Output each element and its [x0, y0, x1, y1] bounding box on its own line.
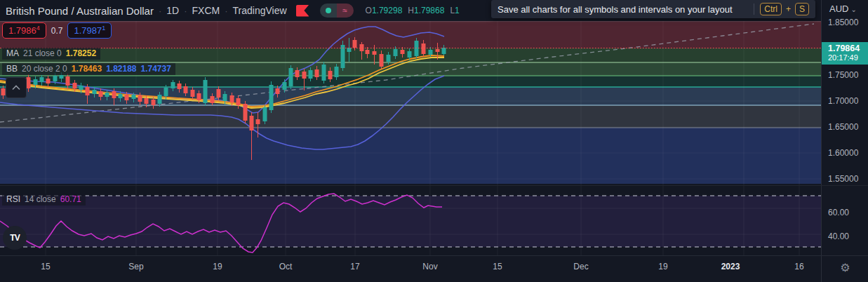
price-tick-label: 1.85000 — [828, 18, 858, 27]
candle — [46, 76, 51, 87]
candle — [99, 88, 103, 100]
candle — [171, 80, 175, 91]
price-axis[interactable]: AUD⌄ 1.850001.750001.700001.650001.60000… — [821, 0, 868, 282]
candle — [138, 93, 142, 105]
price-tick-label: 1.60000 — [828, 148, 858, 158]
axis-divider — [0, 255, 868, 256]
candlestick-chart[interactable] — [0, 0, 821, 185]
candle — [289, 65, 293, 89]
time-tick-label: Oct — [279, 262, 293, 271]
candle — [347, 38, 352, 62]
ask-price-button[interactable]: 1.79871 — [67, 22, 112, 39]
time-tick-label: 2023 — [721, 262, 740, 271]
candle — [1, 86, 6, 99]
rsi-indicator-legend[interactable]: RSI 14 close 60.71 — [2, 194, 86, 206]
tradingview-chart-window: British Pound / Australian Dollar · 1D ·… — [0, 0, 868, 282]
time-tick-label: Dec — [573, 262, 588, 271]
price-tick-label: 1.55000 — [828, 174, 858, 184]
candle — [243, 101, 248, 123]
candle — [184, 83, 188, 96]
time-axis[interactable]: 15Sep19Oct17Nov15Dec19202316 — [0, 255, 821, 282]
price-tick-label: 1.75000 — [828, 70, 858, 80]
price-tick-label: 40.00 — [828, 231, 849, 241]
bb-lower-value: 1.74737 — [141, 64, 171, 74]
platform-label: TradingView — [233, 5, 287, 16]
separator-dot: · — [184, 6, 187, 16]
chevron-down-icon: ⌄ — [850, 6, 856, 13]
ma-name: MA — [6, 48, 19, 58]
open-value: 1.79298 — [372, 6, 402, 15]
ma-value: 1.78252 — [66, 48, 96, 58]
symbol-title[interactable]: British Pound / Australian Dollar — [6, 5, 154, 17]
candle — [315, 66, 319, 80]
spread-value: 0.7 — [51, 26, 63, 36]
separator-dot: · — [159, 6, 161, 16]
market-status-toggle[interactable]: ≈ — [320, 4, 354, 18]
rsi-name: RSI — [6, 194, 20, 204]
high-value: 1.79868 — [414, 6, 444, 15]
bb-indicator-legend[interactable]: BB 20 close 2 0 1.78463 1.82188 1.74737 — [2, 63, 175, 75]
chevron-up-icon — [12, 85, 20, 90]
current-price: 1.79864 — [828, 43, 868, 53]
tradingview-logo-icon[interactable]: TV — [3, 226, 27, 250]
time-tick-label: 19 — [213, 262, 222, 271]
exchange-label[interactable]: FXCM — [192, 5, 220, 16]
bb-basis-value: 1.78463 — [72, 64, 102, 74]
candle — [269, 81, 274, 113]
candle — [40, 75, 44, 86]
rsi-params: 14 close — [25, 194, 56, 204]
settings-gear-icon[interactable]: ⚙ — [822, 261, 868, 274]
plus-sign: + — [786, 4, 791, 14]
bb-params: 20 close 2 0 — [22, 64, 67, 74]
tradingview-flag-icon[interactable] — [296, 5, 309, 17]
chart-plot-area[interactable] — [0, 0, 821, 282]
candle — [236, 95, 241, 109]
time-tick-label: Nov — [422, 262, 437, 271]
candle — [158, 92, 162, 107]
tooltip-text: Save all charts for all symbols and inte… — [498, 4, 748, 15]
pane-divider[interactable] — [0, 185, 868, 186]
candle — [309, 67, 313, 81]
currency-selector[interactable]: AUD⌄ — [829, 4, 857, 14]
open-label: O — [366, 6, 372, 15]
ohlc-readout: O1.79298 H1.79868 L1 — [366, 6, 460, 15]
countdown-time: 20:17:49 — [828, 53, 868, 62]
current-price-badge: 1.79864 20:17:49 — [822, 42, 868, 65]
candle — [191, 87, 195, 100]
time-tick-label: 15 — [493, 262, 502, 271]
rsi-value: 60.71 — [60, 194, 81, 204]
ma-indicator-legend[interactable]: MA 21 close 0 1.78252 — [2, 48, 100, 60]
collapse-legends-button[interactable] — [6, 77, 27, 98]
candle — [27, 74, 31, 92]
bb-upper-value: 1.82188 — [106, 64, 136, 74]
time-tick-label: 16 — [794, 262, 803, 271]
bb-name: BB — [6, 64, 18, 74]
time-tick-label: 19 — [658, 262, 667, 271]
price-tick-label: 60.00 — [828, 208, 849, 217]
candle — [360, 42, 364, 60]
candle — [105, 90, 109, 100]
s-key-badge: S — [795, 3, 809, 15]
candle — [276, 86, 280, 98]
interval-label[interactable]: 1D — [166, 5, 179, 16]
green-dot-icon — [326, 8, 331, 13]
time-tick-label: 15 — [41, 262, 50, 271]
candle — [263, 105, 267, 124]
rsi-indicator-pane[interactable] — [0, 185, 821, 255]
tooltip-divider — [754, 4, 754, 15]
market-open-segment — [320, 4, 337, 18]
candle — [341, 41, 345, 71]
wave-segment: ≈ — [337, 4, 354, 18]
save-layout-tooltip: Save all charts for all symbols and inte… — [491, 0, 815, 18]
time-tick-label: 17 — [350, 262, 359, 271]
ctrl-key-badge: Ctrl — [760, 3, 782, 15]
candle — [442, 45, 446, 55]
candle — [178, 81, 182, 93]
low-value-partial: 1 — [455, 6, 460, 15]
candle — [380, 51, 384, 69]
bid-price-button[interactable]: 1.79864 — [2, 22, 46, 39]
bid-ask-row: 1.79864 0.7 1.79871 — [2, 22, 112, 39]
candle — [335, 64, 339, 80]
separator-dot: · — [225, 6, 227, 16]
price-tick-label: 1.70000 — [828, 96, 858, 106]
